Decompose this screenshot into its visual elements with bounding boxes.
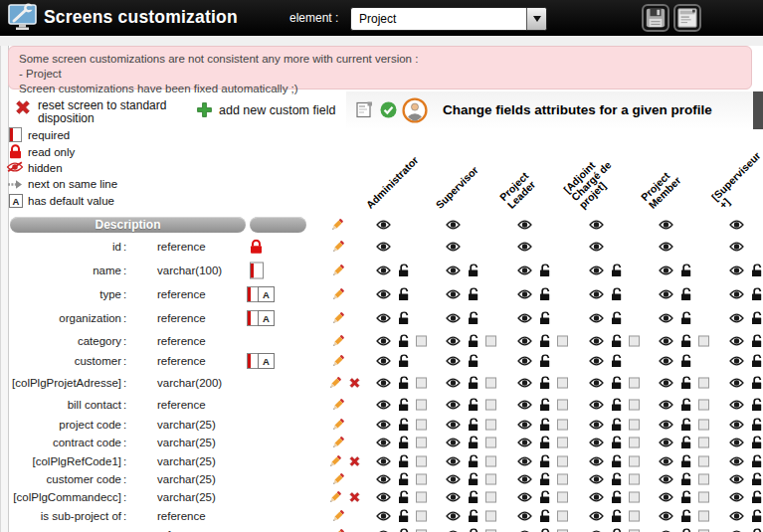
visible-toggle-supervisor[interactable]	[446, 289, 461, 299]
readonly-toggle-administrator[interactable]	[398, 454, 411, 467]
readonly-toggle-superviseur[interactable]	[751, 491, 763, 504]
readonly-toggle-adjoint-charg-de-projet[interactable]	[611, 376, 624, 389]
screens-list-button[interactable]	[673, 4, 701, 32]
visible-toggle-supervisor[interactable]	[446, 474, 461, 484]
readonly-toggle-project-member[interactable]	[680, 376, 693, 389]
readonly-toggle-adjoint-charg-de-projet[interactable]	[611, 529, 624, 532]
readonly-toggle-supervisor[interactable]	[468, 312, 480, 325]
required-checkbox-project-member[interactable]	[698, 377, 709, 388]
required-checkbox-project-leader[interactable]	[557, 511, 568, 522]
visible-toggle-project-member[interactable]	[659, 511, 673, 521]
readonly-toggle-superviseur[interactable]	[751, 473, 763, 486]
edit-field-icon[interactable]	[331, 472, 345, 486]
visible-toggle-project-member[interactable]	[659, 420, 673, 430]
required-checkbox-adjoint-charg-de-projet[interactable]	[629, 455, 640, 466]
visible-toggle-superviseur[interactable]	[729, 400, 744, 410]
visible-toggle-project-leader[interactable]	[517, 438, 532, 447]
delete-field-icon[interactable]	[348, 376, 361, 389]
readonly-toggle-administrator[interactable]	[398, 399, 411, 412]
reset-screen-icon[interactable]	[14, 98, 32, 116]
reset-screen-label[interactable]: reset screen to standard disposition	[38, 99, 189, 125]
readonly-toggle-adjoint-charg-de-projet[interactable]	[611, 510, 624, 523]
visible-toggle-supervisor[interactable]	[446, 511, 461, 521]
readonly-toggle-superviseur[interactable]	[751, 454, 763, 467]
required-checkbox-adjoint-charg-de-projet[interactable]	[629, 511, 640, 522]
dropdown-arrow-button[interactable]	[526, 8, 546, 30]
readonly-toggle-project-member[interactable]	[680, 473, 693, 486]
edit-field-icon[interactable]	[328, 490, 342, 504]
readonly-toggle-superviseur[interactable]	[751, 334, 763, 347]
save-button[interactable]	[642, 4, 669, 32]
visible-toggle-adjoint-charg-de-projet[interactable]	[589, 511, 604, 521]
visible-toggle-adjoint-charg-de-projet[interactable]	[589, 242, 604, 252]
required-checkbox-supervisor[interactable]	[485, 400, 496, 411]
required-checkbox-supervisor[interactable]	[485, 511, 496, 522]
readonly-toggle-supervisor[interactable]	[468, 376, 480, 389]
readonly-toggle-administrator[interactable]	[398, 437, 411, 449]
visible-toggle-administrator[interactable]	[376, 289, 391, 299]
readonly-toggle-project-leader[interactable]	[539, 376, 552, 389]
visible-toggle-project-leader[interactable]	[517, 356, 532, 366]
readonly-toggle-administrator[interactable]	[398, 312, 411, 325]
visible-toggle-supervisor[interactable]	[446, 356, 461, 366]
readonly-toggle-project-leader[interactable]	[539, 491, 552, 504]
readonly-toggle-adjoint-charg-de-projet[interactable]	[611, 288, 624, 301]
readonly-toggle-supervisor[interactable]	[468, 529, 480, 532]
readonly-toggle-project-member[interactable]	[680, 437, 693, 449]
readonly-toggle-project-member[interactable]	[680, 334, 693, 347]
visible-toggle-supervisor[interactable]	[446, 242, 461, 252]
visible-toggle-project-leader[interactable]	[517, 511, 532, 521]
visible-toggle-superviseur[interactable]	[729, 336, 744, 346]
visible-toggle-project-member[interactable]	[659, 378, 673, 388]
visible-toggle-adjoint-charg-de-projet[interactable]	[589, 378, 604, 388]
readonly-toggle-supervisor[interactable]	[468, 454, 480, 467]
edit-field-icon[interactable]	[331, 240, 345, 254]
visible-toggle-supervisor[interactable]	[446, 313, 461, 323]
required-checkbox-administrator[interactable]	[416, 511, 427, 522]
visible-toggle-administrator[interactable]	[376, 336, 391, 346]
visible-toggle-superviseur[interactable]	[729, 511, 744, 521]
element-dropdown[interactable]: Project	[350, 7, 547, 31]
required-checkbox-administrator[interactable]	[416, 455, 427, 466]
visible-toggle-supervisor[interactable]	[446, 220, 461, 230]
required-checkbox-project-member[interactable]	[698, 455, 709, 466]
visible-toggle-project-leader[interactable]	[517, 313, 532, 323]
delete-field-icon[interactable]	[348, 454, 361, 467]
edit-field-icon[interactable]	[331, 354, 345, 368]
readonly-toggle-administrator[interactable]	[398, 473, 411, 486]
visible-toggle-superviseur[interactable]	[729, 356, 744, 366]
required-checkbox-supervisor[interactable]	[485, 335, 496, 346]
required-checkbox-adjoint-charg-de-projet[interactable]	[629, 438, 640, 448]
visible-toggle-project-member[interactable]	[659, 336, 673, 346]
readonly-toggle-superviseur[interactable]	[751, 265, 763, 277]
readonly-toggle-adjoint-charg-de-projet[interactable]	[611, 454, 624, 467]
readonly-toggle-adjoint-charg-de-projet[interactable]	[611, 491, 624, 504]
readonly-toggle-superviseur[interactable]	[751, 376, 763, 389]
visible-toggle-adjoint-charg-de-projet[interactable]	[589, 420, 604, 430]
visible-toggle-project-leader[interactable]	[517, 289, 532, 299]
readonly-toggle-superviseur[interactable]	[751, 288, 763, 301]
visible-toggle-administrator[interactable]	[376, 438, 391, 447]
readonly-toggle-administrator[interactable]	[398, 510, 411, 523]
edit-field-icon[interactable]	[331, 287, 345, 301]
visible-toggle-adjoint-charg-de-projet[interactable]	[589, 456, 604, 466]
readonly-toggle-project-leader[interactable]	[539, 454, 552, 467]
readonly-toggle-supervisor[interactable]	[468, 265, 480, 277]
required-checkbox-project-member[interactable]	[698, 335, 709, 346]
readonly-toggle-adjoint-charg-de-projet[interactable]	[611, 437, 624, 449]
visible-toggle-superviseur[interactable]	[729, 266, 744, 275]
readonly-toggle-administrator[interactable]	[398, 529, 411, 532]
readonly-toggle-adjoint-charg-de-projet[interactable]	[611, 419, 624, 432]
readonly-toggle-project-member[interactable]	[680, 419, 693, 432]
readonly-toggle-project-member[interactable]	[680, 491, 693, 504]
add-custom-field-icon[interactable]	[196, 101, 213, 118]
readonly-toggle-supervisor[interactable]	[468, 288, 480, 301]
readonly-toggle-superviseur[interactable]	[751, 510, 763, 523]
visible-toggle-project-leader[interactable]	[517, 266, 532, 275]
edit-field-icon[interactable]	[331, 311, 345, 325]
edit-field-icon[interactable]	[331, 334, 345, 348]
visible-toggle-administrator[interactable]	[376, 474, 391, 484]
visible-toggle-superviseur[interactable]	[729, 456, 744, 466]
edit-field-icon[interactable]	[331, 528, 345, 532]
readonly-toggle-project-member[interactable]	[680, 399, 693, 412]
